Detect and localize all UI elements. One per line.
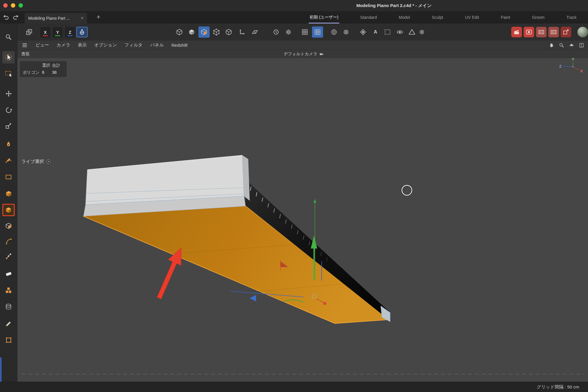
polygons-mode-button[interactable]: [198, 26, 210, 38]
ngon-display-button[interactable]: [406, 26, 417, 38]
polygon-object-tool[interactable]: [2, 220, 15, 232]
polygons-mode-icon: [200, 28, 208, 36]
knife-tool[interactable]: [2, 318, 15, 330]
menu-view[interactable]: ビュー: [36, 42, 49, 48]
viewport-settings-button[interactable]: [416, 26, 427, 38]
arc-tool[interactable]: [2, 235, 15, 247]
sidebar-scroll-indicator[interactable]: [0, 357, 1, 382]
viewport-panel: ビュー カメラ 表示 オプション フィルタ パネル Redshift 透視 デフ…: [17, 41, 588, 382]
workplane-mode-button[interactable]: [249, 26, 260, 38]
spline-pen-tool[interactable]: [2, 155, 15, 167]
cinema4d-window: Modeling Piano Part 2.c4d * - メイン Modeli…: [0, 0, 588, 392]
axis-lock-z-button[interactable]: Z: [65, 27, 75, 37]
marquee-icon: [384, 28, 391, 36]
new-tab-button[interactable]: +: [95, 13, 102, 21]
zoom-window-button[interactable]: [19, 3, 23, 8]
viewport-filter-button[interactable]: [358, 26, 369, 38]
brush-cursor-circle: [402, 185, 412, 195]
undo-button[interactable]: [2, 14, 10, 21]
layout-item-initial[interactable]: 初期 (ユーザー): [309, 11, 339, 24]
keyframe-settings-button[interactable]: [283, 26, 294, 38]
eraser-icon: [5, 270, 13, 278]
render-settings-button[interactable]: [536, 27, 547, 37]
frame-tool[interactable]: [2, 334, 15, 346]
orbit-view-button[interactable]: [568, 42, 575, 49]
menu-options[interactable]: オプション: [94, 42, 117, 48]
filter-diamond-icon: [359, 28, 367, 36]
quantize-button[interactable]: [328, 26, 340, 38]
pen-tool[interactable]: [2, 138, 15, 151]
toggle-views-button[interactable]: [578, 42, 585, 49]
layout-item-paint[interactable]: Paint: [500, 11, 511, 23]
selected-polygon-surface[interactable]: [83, 206, 389, 323]
gizmo-z-handle-dot[interactable]: [323, 302, 326, 305]
annotation-button[interactable]: [370, 26, 381, 38]
axis-lock-y-button[interactable]: Y: [53, 27, 62, 37]
gizmo-y-axis-tip[interactable]: [313, 199, 316, 203]
subdivision-surface-tool[interactable]: [2, 204, 15, 216]
projection-label[interactable]: 透視: [21, 51, 29, 57]
move-tool[interactable]: [2, 87, 15, 100]
render-photo-icon: [525, 29, 532, 36]
menu-redshift[interactable]: Redshift: [171, 43, 188, 48]
selection-filter-button[interactable]: [382, 26, 393, 38]
axis-orientation-gizmo[interactable]: Y Z X: [544, 46, 588, 76]
layout-item-track[interactable]: Track: [565, 11, 577, 23]
viewport-canvas[interactable]: [17, 41, 588, 382]
status-sphere-icon[interactable]: [577, 27, 588, 37]
cube-primitive-tool[interactable]: [2, 187, 15, 200]
zoom-view-button[interactable]: [558, 42, 565, 49]
gizmo-y-handle-stem[interactable]: [313, 248, 315, 279]
rectangle-spline-tool[interactable]: [2, 171, 15, 183]
zoom-icon: [559, 42, 564, 48]
layout-item-uvedit[interactable]: UV Edit: [464, 11, 480, 23]
viewport-burger-menu[interactable]: [21, 42, 28, 49]
rotate-tool[interactable]: [2, 104, 15, 116]
quantize-settings-button[interactable]: [340, 26, 352, 38]
stats-blank: [23, 63, 42, 68]
search-commander-button[interactable]: [2, 31, 15, 43]
close-tab-icon[interactable]: ×: [81, 16, 83, 21]
edges-mode-button[interactable]: [223, 26, 234, 38]
menu-camera[interactable]: カメラ: [57, 42, 70, 48]
eraser-tool[interactable]: [2, 267, 15, 280]
model-mode-button[interactable]: [186, 26, 197, 38]
minimize-window-button[interactable]: [11, 3, 15, 8]
make-editable-button[interactable]: [174, 26, 185, 38]
menu-panel[interactable]: パネル: [150, 42, 164, 48]
display-filter-button[interactable]: [394, 26, 405, 38]
layout-item-groom[interactable]: Groom: [531, 11, 545, 23]
array-tool[interactable]: [2, 284, 15, 296]
camera-selector[interactable]: デフォルトカメラ: [284, 51, 324, 57]
snap-enabled-button[interactable]: [312, 26, 323, 38]
team-render-button[interactable]: [561, 27, 571, 37]
layout-item-model[interactable]: Model: [398, 11, 411, 23]
redo-button[interactable]: [12, 14, 19, 21]
live-selection-tool[interactable]: [2, 51, 15, 64]
axis-mode-button[interactable]: [236, 26, 248, 38]
snap-toggle-button[interactable]: [299, 26, 310, 38]
live-selection-badge[interactable]: [46, 159, 51, 164]
layout-item-standard[interactable]: Standard: [359, 11, 378, 23]
camera-label: デフォルトカメラ: [284, 51, 318, 57]
slices-tool[interactable]: [2, 301, 15, 313]
joints-tool[interactable]: [2, 250, 15, 263]
pan-view-button[interactable]: [548, 42, 555, 49]
render-picture-viewer-button[interactable]: [524, 27, 534, 37]
close-window-button[interactable]: [3, 3, 8, 8]
axis-lock-x-button[interactable]: X: [41, 27, 50, 37]
points-mode-button[interactable]: [211, 26, 222, 38]
autokey-button[interactable]: [270, 26, 282, 38]
document-tab[interactable]: Modeling Piano Part ... ×: [25, 13, 87, 24]
triangle-icon: [408, 28, 416, 36]
scale-tool[interactable]: [2, 119, 15, 132]
render-view-button[interactable]: [511, 27, 522, 37]
menu-display[interactable]: 表示: [78, 42, 87, 48]
rectangle-selection-tool[interactable]: [2, 67, 15, 80]
coordinate-system-button[interactable]: [76, 27, 88, 37]
layout-item-sculpt[interactable]: Sculpt: [431, 11, 444, 23]
viewport-panel-button[interactable]: [24, 26, 35, 38]
render-queue-button[interactable]: [548, 27, 559, 37]
menu-filter[interactable]: フィルタ: [125, 42, 143, 48]
gizmo-x-handle-arrow[interactable]: [250, 295, 256, 301]
